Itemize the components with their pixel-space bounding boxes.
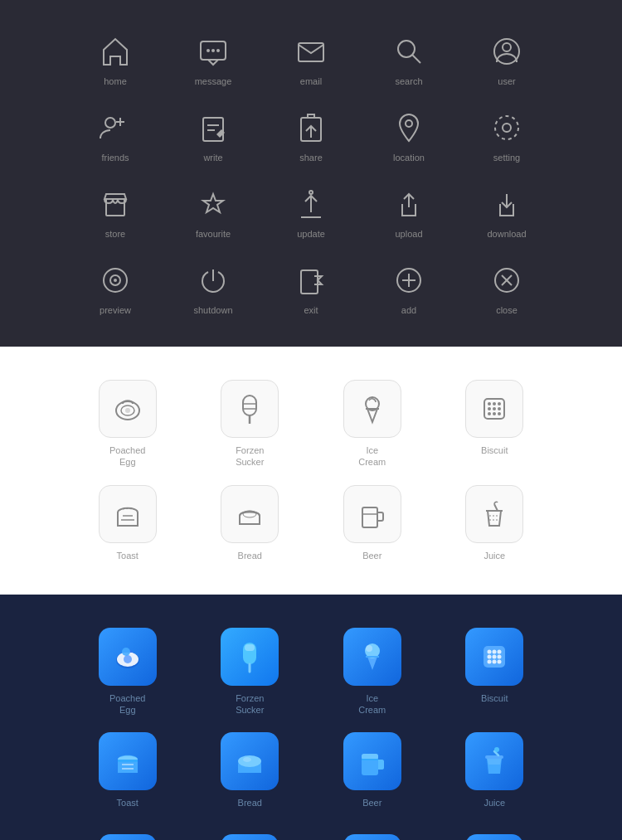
write-label: write [203,153,222,163]
svg-point-71 [498,649,502,653]
location-icon [389,108,429,148]
user-label: user [498,76,515,86]
user-icon [487,32,527,71]
upload-icon [389,184,429,224]
icon-item-share: share [262,101,360,169]
svg-rect-53 [362,507,377,527]
add-icon [389,260,429,300]
home-label: home [104,76,127,86]
toast-label: Toast [117,550,138,561]
section-dark: home message em [0,0,622,347]
food-color-grid: PoachedEgg ForzenSucker [66,628,556,809]
svg-point-46 [498,407,501,410]
setting-icon [487,108,527,148]
email-icon [291,32,331,71]
svg-rect-78 [118,760,138,762]
poached-egg-label: PoachedEgg [109,444,145,469]
forzen-sucker-box [221,380,279,438]
shutdown-icon [193,260,233,300]
svg-point-43 [498,402,501,405]
icon-item-upload: upload [360,177,458,245]
icon-item-juice-blue: Juice [434,732,556,808]
svg-point-75 [488,659,492,663]
favourite-label: favourite [196,229,231,239]
section-navy: PoachedEgg ForzenSucker [0,595,622,840]
message-icon [193,32,233,71]
svg-point-18 [495,116,518,139]
tech-color-grid: Computer Keyboard [66,834,556,840]
biscuit-blue-label: Biscuit [481,692,508,704]
beer-box [343,485,401,543]
friends-label: friends [101,153,129,163]
svg-rect-86 [485,755,503,759]
svg-point-87 [494,747,499,752]
icon-item-download: download [458,177,556,245]
location-label: location [393,153,425,163]
svg-point-44 [488,407,491,410]
svg-point-20 [309,191,313,194]
update-icon [291,184,331,224]
biscuit-box [465,380,523,438]
icon-item-message: message [164,25,262,93]
favourite-icon [193,184,233,224]
icon-item-store: store [66,177,164,245]
svg-point-9 [105,118,115,128]
svg-rect-35 [243,396,256,415]
svg-point-16 [406,120,412,127]
icon-item-biscuit-blue: Biscuit [434,628,556,716]
share-icon [291,108,331,148]
icon-item-user: user [458,25,556,93]
icon-item-favourite: favourite [164,177,262,245]
outline-icon-grid: home message em [66,25,556,322]
svg-point-1 [207,49,210,52]
ice-cream-blue-box [343,628,401,686]
svg-point-23 [114,279,117,282]
biscuit-blue-box [465,628,523,686]
webcam-blue-box [465,834,523,840]
icon-item-juice: Juice [434,485,556,561]
svg-point-45 [493,407,496,410]
store-icon [95,184,135,224]
icon-item-update: update [262,177,360,245]
svg-point-60 [124,655,132,663]
computer-blue-box [99,834,157,840]
svg-point-3 [216,49,220,52]
food-outline-grid: PoachedEgg ForzenSucker [66,380,556,561]
email-label: email [300,76,322,86]
juice-box [465,485,523,543]
search-label: search [395,76,422,86]
icon-item-setting: setting [458,101,556,169]
icon-item-webcam-blue: Webcam [434,834,556,840]
svg-rect-19 [106,199,124,216]
svg-point-49 [498,412,501,415]
icon-item-ice-cream: IceCream [311,380,434,469]
svg-point-66 [366,645,372,652]
svg-rect-84 [362,754,378,760]
icon-item-beer: Beer [311,485,434,561]
toast-blue-label: Toast [117,797,138,808]
svg-point-77 [498,659,502,663]
svg-rect-63 [245,644,255,651]
preview-label: preview [100,305,131,315]
icon-item-voice-tube-blue: VoiceTube [311,834,434,840]
keyboard-blue-box [221,834,279,840]
icon-item-friends: friends [66,101,164,169]
juice-blue-label: Juice [484,797,505,808]
icon-item-forzen-sucker: ForzenSucker [189,380,312,469]
section-white: PoachedEgg ForzenSucker [0,347,622,595]
toast-blue-box [99,732,157,790]
poached-egg-box [99,380,157,438]
poached-egg-blue-label: PoachedEgg [109,692,145,716]
icon-item-shutdown: shutdown [164,254,262,322]
icon-item-keyboard-blue: Keyboard [189,834,312,840]
beer-label: Beer [362,550,381,561]
voice-tube-blue-box [343,834,401,840]
svg-point-48 [493,412,496,415]
ice-cream-label: IceCream [358,444,386,469]
icon-item-bread-blue: Bread [189,732,312,808]
forzen-sucker-label: ForzenSucker [236,444,264,469]
icon-item-ice-cream-blue: IceCream [311,628,434,716]
icon-item-add: add [360,254,458,322]
bread-label: Bread [238,550,262,561]
icon-item-search: search [360,25,458,93]
